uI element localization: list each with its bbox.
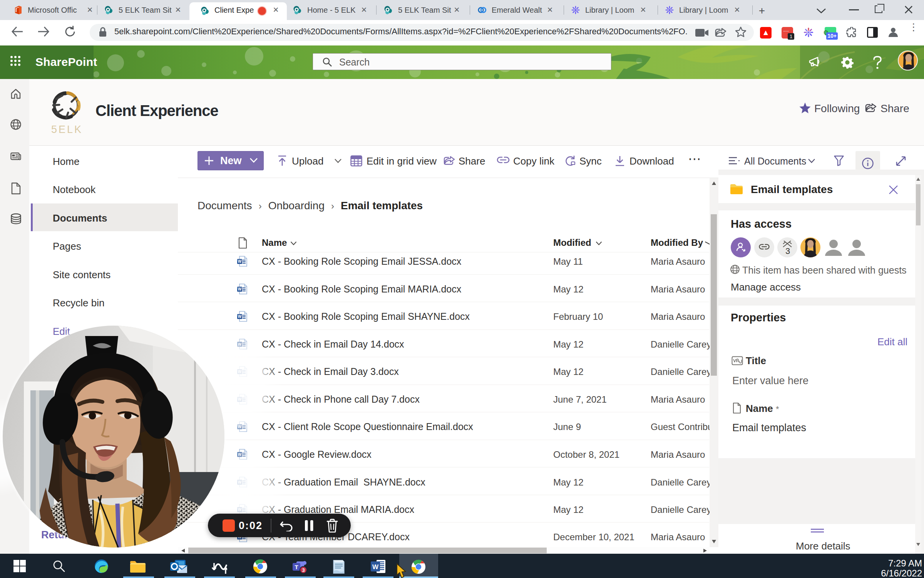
svg-text:T: T (295, 564, 298, 570)
svg-text:3: 3 (302, 567, 305, 573)
svg-text:W: W (238, 259, 242, 264)
svg-text:W: W (238, 287, 242, 291)
svg-text:W: W (372, 563, 379, 571)
